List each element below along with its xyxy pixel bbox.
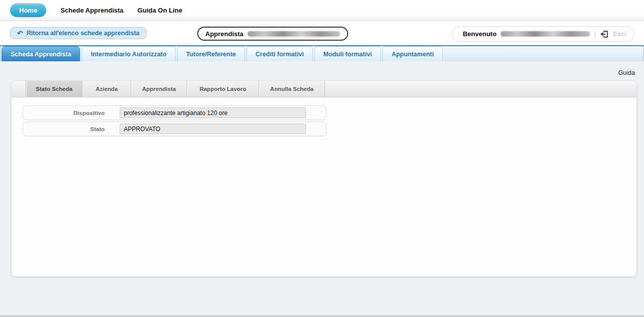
form-row-dispositivo: Dispositivo professionalizzante artigian… <box>23 105 327 120</box>
subtab-stato-scheda[interactable]: Stato Scheda <box>26 81 83 97</box>
guida-link[interactable]: Guida <box>618 69 635 76</box>
back-to-list-button[interactable]: ↶ Ritorna all'elenco schede apprendista <box>10 27 146 39</box>
tab-moduli-formativi[interactable]: Moduli formativi <box>314 46 381 61</box>
menu-item-schede-apprendista[interactable]: Schede Apprendista <box>60 7 123 14</box>
tab-scheda-apprendista[interactable]: Scheda Apprendista <box>2 46 80 61</box>
tab-tutore-referente[interactable]: Tutore/Referente <box>177 46 245 61</box>
home-button[interactable]: Home <box>10 4 46 17</box>
scheda-panel: Stato Scheda Azienda Apprendista Rapport… <box>11 80 637 277</box>
top-menubar: Home Schede Apprendista Guida On Line <box>0 0 644 21</box>
welcome-label: Benvenuto <box>463 30 497 38</box>
logout-link[interactable]: Esci <box>613 30 626 38</box>
tab-crediti-formativi[interactable]: Crediti formativi <box>247 46 313 61</box>
back-to-list-label: Ritorna all'elenco schede apprendista <box>27 30 140 37</box>
window-bottom-edge <box>0 315 644 317</box>
subtab-toolbar: Stato Scheda Azienda Apprendista Rapport… <box>12 81 636 97</box>
form-row-stato: Stato APPROVATO <box>23 122 327 136</box>
content-area: Guida Stato Scheda Azienda Apprendista R… <box>0 61 644 315</box>
welcome-panel: Benvenuto | Esci <box>452 26 634 42</box>
redacted-user-name <box>501 31 590 37</box>
dispositivo-field[interactable]: professionalizzante artigianato 120 ore <box>120 108 306 118</box>
guida-row: Guida <box>0 61 644 80</box>
stato-field[interactable]: APPROVATO <box>120 124 306 134</box>
main-tabstrip: Scheda Apprendista Intermediario Autoriz… <box>0 45 644 61</box>
stato-label: Stato <box>23 126 120 132</box>
subtab-annulla-scheda[interactable]: Annulla Scheda <box>259 81 325 97</box>
separator: | <box>594 30 596 38</box>
logout-icon[interactable] <box>600 30 609 39</box>
dispositivo-label: Dispositivo <box>23 110 120 116</box>
tab-appuntamenti[interactable]: Appuntamenti <box>382 46 443 61</box>
back-arrow-icon: ↶ <box>17 30 23 37</box>
redacted-apprendista-name <box>248 31 340 37</box>
subtab-azienda[interactable]: Azienda <box>83 81 131 97</box>
apprendista-badge: Apprendista <box>197 27 348 41</box>
subtab-rapporto-lavoro[interactable]: Rapporto Lavoro <box>187 81 259 97</box>
apprendista-badge-label: Apprendista <box>205 30 244 38</box>
menu-item-guida-on-line[interactable]: Guida On Line <box>137 7 182 14</box>
subtab-apprendista[interactable]: Apprendista <box>131 81 187 97</box>
header-row: ↶ Ritorna all'elenco schede apprendista … <box>0 21 644 45</box>
stato-scheda-form: Dispositivo professionalizzante artigian… <box>12 97 636 136</box>
tab-intermediario-autorizzato[interactable]: Intermediario Autorizzato <box>82 46 175 61</box>
